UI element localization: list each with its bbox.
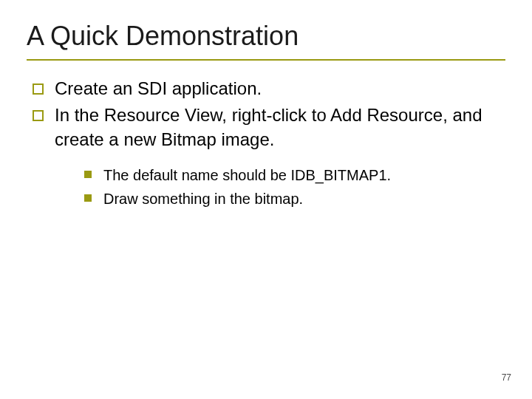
- page-number: 77: [502, 372, 511, 383]
- outer-list: Create an SDI application. In the Resour…: [27, 77, 505, 209]
- slide-title: A Quick Demonstration: [27, 21, 505, 61]
- sub-bullet-text: Draw something in the bitmap.: [103, 191, 303, 207]
- bullet-item: Create an SDI application.: [33, 77, 505, 100]
- slide: A Quick Demonstration Create an SDI appl…: [0, 0, 532, 399]
- inner-list: The default name should be IDB_BITMAP1. …: [55, 165, 505, 209]
- sub-bullet-text: The default name should be IDB_BITMAP1.: [103, 167, 391, 183]
- bullet-item: In the Resource View, right-click to Add…: [33, 103, 505, 209]
- bullet-text: In the Resource View, right-click to Add…: [55, 105, 482, 149]
- sub-bullet-item: The default name should be IDB_BITMAP1.: [84, 165, 505, 185]
- bullet-text: Create an SDI application.: [55, 78, 262, 98]
- sub-bullet-item: Draw something in the bitmap.: [84, 188, 505, 209]
